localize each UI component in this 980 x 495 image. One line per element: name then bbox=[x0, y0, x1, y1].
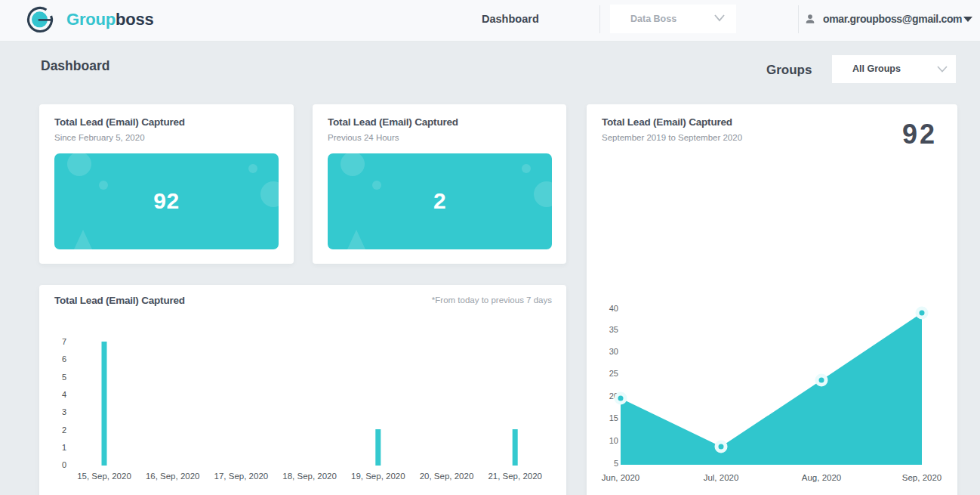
svg-text:18, Sep, 2020: 18, Sep, 2020 bbox=[282, 472, 337, 481]
svg-text:1: 1 bbox=[62, 443, 66, 452]
svg-text:Jun, 2020: Jun, 2020 bbox=[602, 473, 640, 482]
svg-text:4: 4 bbox=[62, 390, 66, 399]
svg-text:25: 25 bbox=[609, 369, 618, 378]
svg-text:6: 6 bbox=[62, 354, 66, 364]
svg-text:19, Sep, 2020: 19, Sep, 2020 bbox=[351, 472, 405, 481]
svg-text:5: 5 bbox=[614, 459, 618, 468]
svg-text:16, Sep, 2020: 16, Sep, 2020 bbox=[146, 472, 200, 481]
svg-text:5: 5 bbox=[62, 373, 66, 382]
svg-text:35: 35 bbox=[609, 325, 618, 334]
svg-text:2: 2 bbox=[62, 425, 66, 435]
svg-text:40: 40 bbox=[609, 304, 618, 313]
svg-text:20, Sep, 2020: 20, Sep, 2020 bbox=[420, 472, 474, 481]
svg-text:0: 0 bbox=[62, 460, 66, 469]
svg-text:Sep, 2020: Sep, 2020 bbox=[902, 473, 941, 482]
svg-text:10: 10 bbox=[609, 436, 618, 445]
svg-text:30: 30 bbox=[609, 347, 618, 356]
svg-text:21, Sep, 2020: 21, Sep, 2020 bbox=[488, 472, 542, 481]
svg-text:3: 3 bbox=[62, 407, 66, 416]
svg-text:17, Sep, 2020: 17, Sep, 2020 bbox=[214, 472, 269, 481]
svg-text:Jul, 2020: Jul, 2020 bbox=[704, 473, 739, 482]
svg-text:15, Sep, 2020: 15, Sep, 2020 bbox=[77, 472, 131, 481]
svg-text:Aug, 2020: Aug, 2020 bbox=[802, 473, 841, 482]
svg-text:15: 15 bbox=[609, 413, 618, 422]
svg-text:7: 7 bbox=[62, 337, 66, 346]
